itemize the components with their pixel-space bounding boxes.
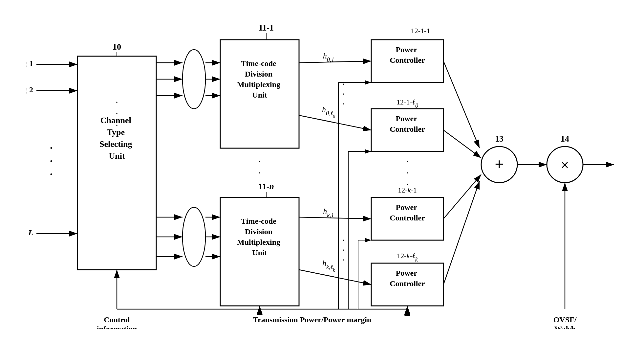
ellipse-tdm1	[182, 50, 205, 109]
control-info-label: Control	[104, 315, 130, 324]
signaling-1-label: Signaling 1	[27, 59, 33, 68]
dots-tdm-1: ·	[258, 156, 261, 167]
transmission-power-label: Transmission Power/Power margin	[253, 315, 371, 324]
dots-signals-3: ·	[50, 168, 53, 180]
dots-hk-3: ·	[342, 254, 345, 265]
ref-13: 13	[495, 134, 504, 144]
svg-line-25	[443, 130, 481, 158]
ref-14: 14	[561, 134, 569, 144]
h01-label: h0,1	[323, 52, 334, 63]
dots-channel-1: ·	[116, 97, 118, 107]
dots-signals: ·	[50, 142, 53, 154]
dots-pc-1: ·	[406, 156, 409, 167]
dots-h0-2: ·	[342, 88, 345, 99]
ovsf-label-2: Walsh	[554, 325, 575, 329]
ref-10: 10	[113, 42, 121, 52]
ref-11-1: 11-1	[259, 23, 274, 33]
ovsf-label: OVSF/	[553, 315, 577, 324]
hk1-label: hk,1	[323, 207, 334, 218]
dots-tdm-2: ·	[258, 167, 261, 178]
dots-channel-3: ·	[116, 120, 118, 130]
ref-12-1-l0: 12-1-ℓ0	[397, 98, 418, 109]
dots-signals-2: ·	[50, 155, 53, 167]
dots-h0: ·	[342, 79, 345, 89]
signaling-L-label: Signaling L	[27, 228, 33, 237]
ellipse-tdmn	[182, 207, 205, 266]
hklk-label: hk,ℓk	[322, 259, 335, 273]
ref-12-k-lk: 12-k-ℓk	[397, 252, 418, 263]
ref-12-1-1: 12-1-1	[411, 27, 430, 35]
signaling-2-label: Signaling 2	[27, 85, 33, 94]
control-info-label-2: information	[97, 325, 137, 329]
svg-line-20	[299, 61, 371, 63]
dots-pc-3: ·	[406, 179, 409, 190]
multiplier-cross: ×	[561, 157, 569, 173]
dots-channel-2: ·	[116, 108, 118, 119]
svg-line-26	[443, 174, 481, 219]
dots-hk-2: ·	[342, 244, 345, 255]
svg-line-27	[443, 181, 480, 285]
channel-selecting-block	[77, 56, 156, 270]
dots-h0-3: ·	[342, 98, 345, 109]
svg-line-23	[299, 270, 371, 285]
summer-plus: +	[495, 155, 504, 173]
dots-tdm-3: ·	[258, 179, 261, 190]
svg-line-22	[299, 217, 371, 219]
svg-line-24	[443, 61, 480, 148]
dots-pc-2: ·	[406, 167, 409, 178]
diagram-container: Channel Type Selecting Unit 10 Time-code…	[27, 13, 617, 329]
dots-hk: ·	[342, 235, 345, 245]
svg-line-21	[299, 115, 371, 130]
h0l0-label: h0,ℓ0	[322, 105, 335, 119]
